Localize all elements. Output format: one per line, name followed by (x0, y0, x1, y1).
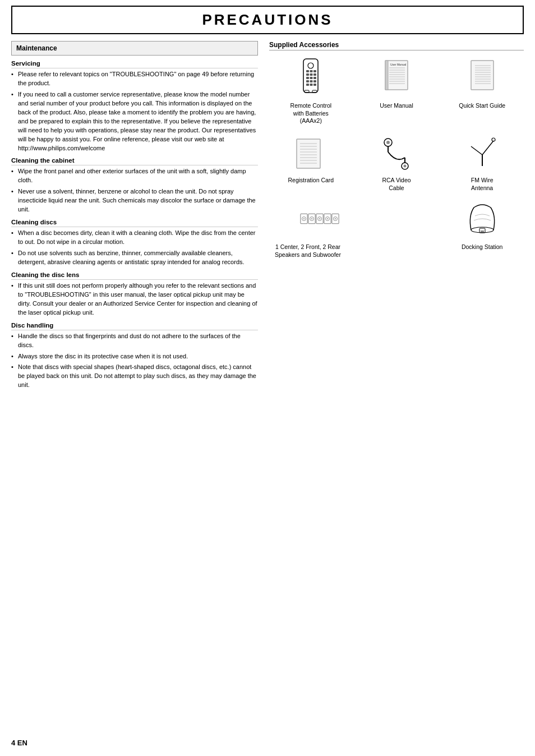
speakers-label: 1 Center, 2 Front, 2 RearSpeakers and Su… (275, 243, 341, 259)
rca-video-cable-label: RCA VideoCable (382, 177, 411, 192)
fm-wire-antenna-icon (460, 130, 505, 174)
remote-control-label: Remote Controlwith Batteries(AAAx2) (290, 102, 332, 125)
accessory-rca-video-cable: RCA VideoCable (355, 130, 439, 192)
user-manual-label: User Manual (380, 102, 413, 110)
cleaning-cabinet-section: Cleaning the cabinet Wipe the front pane… (11, 157, 258, 214)
disc-handling-list: Handle the discs so that fingerprints an… (11, 332, 258, 390)
supplied-accessories-title: Supplied Accessories (269, 41, 339, 49)
svg-rect-5 (306, 73, 309, 76)
svg-point-64 (311, 218, 313, 220)
list-item: Note that discs with special shapes (hea… (11, 363, 258, 390)
list-item: When a disc becomes dirty, clean it with… (11, 229, 258, 247)
docking-station-icon (460, 196, 505, 241)
servicing-list: Please refer to relevant topics on "TROU… (11, 70, 258, 153)
svg-rect-12 (310, 80, 313, 82)
cleaning-cabinet-title: Cleaning the cabinet (11, 157, 258, 165)
cleaning-discs-title: Cleaning discs (11, 219, 258, 227)
page-footer: 4 EN (11, 739, 27, 747)
svg-line-58 (471, 146, 482, 155)
list-item: Always store the disc in its protective … (11, 352, 258, 361)
cleaning-discs-list: When a disc becomes dirty, clean it with… (11, 229, 258, 267)
accessory-quick-start-guide: Quick Start Guide (440, 55, 524, 125)
accessory-registration-card: Registration Card (269, 130, 353, 192)
disc-handling-section: Disc handling Handle the discs so that f… (11, 322, 258, 390)
svg-rect-8 (306, 77, 309, 79)
accessory-speakers: 1 Center, 2 Front, 2 RearSpeakers and Su… (269, 196, 438, 259)
list-item: Do not use solvents such as benzine, thi… (11, 249, 258, 267)
svg-point-67 (319, 218, 321, 220)
fm-wire-antenna-label: FM WireAntenna (471, 177, 494, 192)
svg-point-73 (335, 218, 336, 220)
cleaning-lens-title: Cleaning the disc lens (11, 271, 258, 280)
list-item: If this unit still does not perform prop… (11, 282, 258, 317)
svg-point-61 (303, 218, 305, 220)
svg-rect-13 (313, 80, 316, 82)
list-item: Handle the discs so that fingerprints an… (11, 332, 258, 350)
svg-rect-7 (313, 73, 316, 76)
svg-text:User Manual: User Manual (390, 63, 406, 66)
accessory-remote-control: Remote Controlwith Batteries(AAAx2) (269, 55, 353, 125)
svg-rect-16 (313, 84, 316, 86)
accessories-grid: Remote Controlwith Batteries(AAAx2) User… (269, 55, 524, 259)
accessory-user-manual: User Manual User Manual (355, 55, 439, 125)
svg-point-54 (403, 164, 406, 167)
svg-rect-2 (306, 70, 309, 72)
accessory-docking-station: Docking Station (440, 196, 524, 259)
registration-card-icon (288, 130, 333, 174)
right-column: Supplied Accessories (264, 41, 524, 392)
left-column: Maintenance Servicing Please refer to re… (11, 41, 258, 392)
quick-start-guide-label: Quick Start Guide (459, 102, 505, 110)
svg-point-70 (327, 218, 329, 220)
list-item: Wipe the front panel and other exterior … (11, 167, 258, 185)
page-title: PRECAUTIONS (11, 6, 524, 34)
accessory-fm-wire-antenna: FM WireAntenna (440, 130, 524, 192)
disc-handling-title: Disc handling (11, 322, 258, 330)
main-content: Maintenance Servicing Please refer to re… (11, 41, 524, 392)
svg-rect-15 (310, 84, 313, 86)
cleaning-discs-section: Cleaning discs When a disc becomes dirty… (11, 219, 258, 267)
svg-rect-4 (313, 70, 316, 72)
list-item: Please refer to relevant topics on "TROU… (11, 70, 258, 88)
svg-rect-76 (481, 231, 484, 232)
cleaning-cabinet-list: Wipe the front panel and other exterior … (11, 167, 258, 214)
quick-start-guide-icon (460, 55, 505, 100)
rca-video-cable-icon (374, 130, 419, 174)
registration-card-label: Registration Card (288, 177, 334, 185)
svg-rect-10 (313, 77, 316, 79)
maintenance-title: Maintenance (16, 44, 57, 52)
svg-rect-14 (306, 84, 309, 86)
maintenance-section-header: Maintenance (11, 41, 258, 56)
supplied-accessories-header: Supplied Accessories (269, 41, 524, 50)
servicing-section: Servicing Please refer to relevant topic… (11, 60, 258, 153)
svg-line-56 (482, 141, 494, 155)
svg-point-50 (386, 141, 390, 144)
docking-station-label: Docking Station (462, 243, 503, 251)
list-item: Never use a solvent, thinner, benzene or… (11, 187, 258, 214)
svg-rect-11 (306, 80, 309, 82)
remote-control-icon (288, 55, 333, 100)
page: PRECAUTIONS Maintenance Servicing Please… (0, 0, 535, 756)
user-manual-icon: User Manual (374, 55, 419, 100)
svg-rect-6 (310, 73, 313, 76)
svg-rect-3 (310, 70, 313, 72)
svg-point-1 (308, 63, 313, 68)
cleaning-lens-section: Cleaning the disc lens If this unit stil… (11, 271, 258, 317)
svg-rect-20 (385, 61, 388, 90)
speakers-icon (275, 196, 365, 241)
svg-rect-30 (471, 61, 494, 90)
list-item: If you need to call a customer service r… (11, 90, 258, 153)
cleaning-lens-list: If this unit still does not perform prop… (11, 282, 258, 317)
svg-rect-9 (310, 77, 313, 79)
servicing-title: Servicing (11, 60, 258, 68)
